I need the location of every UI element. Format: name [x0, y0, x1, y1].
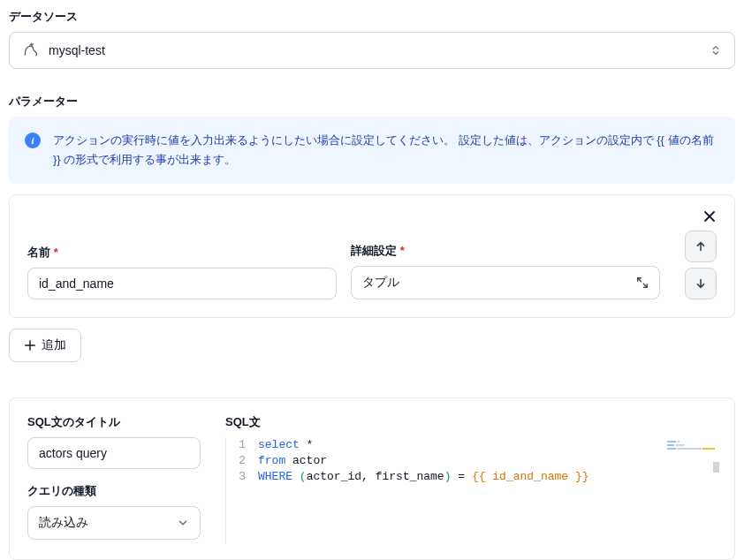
detail-select-value: タプル	[362, 275, 399, 291]
sql-card: SQL文のタイトル クエリの種類 読み込み SQL文 1 select * 2 …	[9, 397, 735, 560]
name-input[interactable]	[27, 268, 337, 299]
add-parameter-button[interactable]: 追加	[9, 329, 81, 362]
updown-chevron-icon	[710, 44, 722, 57]
query-type-select[interactable]: 読み込み	[27, 506, 201, 540]
parameter-section-label: パラメーター	[9, 94, 735, 110]
mysql-icon	[22, 42, 40, 59]
query-type-label: クエリの種類	[27, 483, 201, 499]
sql-body-label: SQL文	[225, 414, 717, 430]
parameter-card: 名前 * 詳細設定 * タプル	[9, 194, 735, 318]
close-button[interactable]	[701, 208, 718, 225]
editor-scrollbar[interactable]	[713, 462, 719, 473]
expand-icon	[636, 276, 649, 289]
sql-code-editor[interactable]: 1 select * 2 from actor 3 WHERE (actor_i…	[225, 437, 717, 543]
chevron-down-icon	[177, 517, 189, 529]
move-down-button[interactable]	[685, 268, 717, 299]
code-line: 1 select *	[226, 437, 717, 453]
detail-select[interactable]: タプル	[351, 266, 660, 299]
arrow-up-icon	[695, 240, 707, 253]
datasource-value: mysql-test	[49, 43, 701, 57]
sql-title-input[interactable]	[27, 437, 201, 469]
parameter-info-banner: i アクションの実行時に値を入力出来るようにしたい場合に設定してください。 設定…	[9, 117, 735, 184]
detail-field-label: 詳細設定 *	[351, 243, 660, 259]
datasource-select[interactable]: mysql-test	[9, 32, 735, 69]
arrow-down-icon	[695, 277, 707, 290]
parameter-info-text: アクションの実行時に値を入力出来るようにしたい場合に設定してください。 設定した…	[53, 131, 719, 170]
code-line: 3 WHERE (actor_id, first_name) = {{ id_a…	[226, 469, 717, 485]
close-icon	[702, 209, 717, 223]
move-up-button[interactable]	[685, 231, 717, 262]
plus-icon	[24, 339, 36, 352]
code-line: 2 from actor	[226, 453, 717, 469]
info-icon: i	[25, 132, 41, 148]
query-type-value: 読み込み	[39, 515, 88, 531]
sql-title-label: SQL文のタイトル	[27, 414, 201, 430]
datasource-label: データソース	[9, 9, 735, 25]
name-field-label: 名前 *	[27, 245, 337, 261]
